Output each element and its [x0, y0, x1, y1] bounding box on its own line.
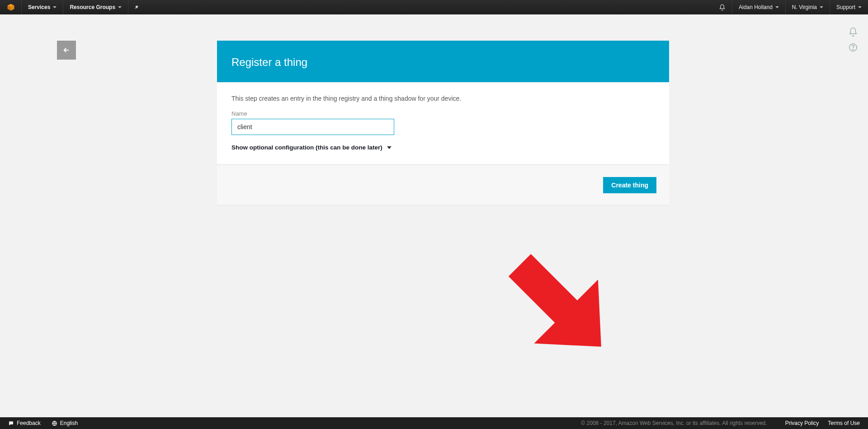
- copyright-text: © 2008 - 2017, Amazon Web Services, Inc.…: [581, 420, 767, 426]
- svg-rect-5: [509, 254, 582, 328]
- privacy-policy-link[interactable]: Privacy Policy: [785, 420, 819, 426]
- optional-toggle-label: Show optional configuration (this can be…: [231, 144, 382, 151]
- feedback-button[interactable]: Feedback: [8, 420, 41, 426]
- pin-icon: [134, 5, 139, 10]
- nav-pin-button[interactable]: [128, 0, 145, 14]
- chevron-down-icon: [53, 6, 57, 8]
- nav-services-label: Services: [28, 4, 50, 10]
- chevron-down-icon: [775, 6, 779, 8]
- annotation-arrow-icon: [484, 194, 642, 352]
- nav-services[interactable]: Services: [22, 0, 63, 14]
- globe-icon: [52, 420, 57, 426]
- chevron-down-icon: [820, 6, 823, 8]
- nav-resource-groups[interactable]: Resource Groups: [63, 0, 128, 14]
- nav-support[interactable]: Support: [830, 0, 868, 14]
- cube-icon: [7, 3, 15, 11]
- help-icon[interactable]: [848, 42, 858, 52]
- arrow-left-icon: [62, 46, 71, 54]
- aws-logo[interactable]: [0, 0, 22, 14]
- speech-bubble-icon: [8, 420, 14, 426]
- bell-icon: [719, 4, 726, 11]
- right-utility-icons: [848, 27, 858, 52]
- chevron-down-icon: [387, 146, 392, 149]
- feedback-label: Feedback: [17, 420, 41, 426]
- register-thing-card: Register a thing This step creates an en…: [217, 41, 669, 205]
- nav-notifications[interactable]: [712, 0, 732, 14]
- card-header: Register a thing: [217, 41, 669, 82]
- bottom-bar: Feedback English © 2008 - 2017, Amazon W…: [0, 417, 868, 429]
- chevron-down-icon: [118, 6, 122, 8]
- language-label: English: [60, 420, 78, 426]
- name-input[interactable]: [231, 119, 394, 135]
- chevron-down-icon: [858, 6, 862, 8]
- card-footer: Create thing: [217, 165, 669, 205]
- back-button[interactable]: [57, 41, 76, 60]
- bell-icon[interactable]: [848, 27, 858, 37]
- nav-resource-groups-label: Resource Groups: [70, 4, 115, 10]
- nav-account[interactable]: Aidan Holland: [732, 0, 785, 14]
- create-thing-button[interactable]: Create thing: [603, 177, 656, 193]
- language-button[interactable]: English: [52, 420, 78, 426]
- show-optional-configuration-toggle[interactable]: Show optional configuration (this can be…: [231, 144, 655, 151]
- card-description: This step creates an entry in the thing …: [231, 95, 655, 102]
- top-navbar: Services Resource Groups Aidan Holland N…: [0, 0, 868, 14]
- name-field-label: Name: [231, 110, 655, 117]
- svg-marker-6: [534, 280, 633, 352]
- terms-of-use-link[interactable]: Terms of Use: [828, 420, 860, 426]
- card-title: Register a thing: [231, 56, 307, 68]
- nav-region[interactable]: N. Virginia: [785, 0, 830, 14]
- nav-account-label: Aidan Holland: [739, 4, 773, 10]
- card-body: This step creates an entry in the thing …: [217, 82, 669, 165]
- svg-point-4: [853, 49, 853, 50]
- nav-support-label: Support: [836, 4, 855, 10]
- nav-region-label: N. Virginia: [792, 4, 817, 10]
